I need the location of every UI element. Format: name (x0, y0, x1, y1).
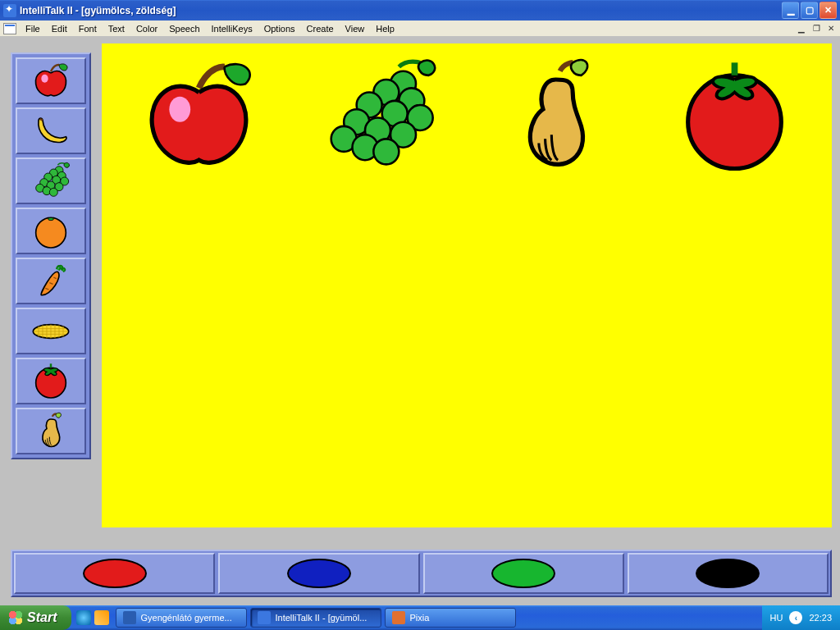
color-blue-button[interactable] (218, 553, 419, 594)
tomato-icon (671, 54, 798, 181)
word-icon (123, 611, 136, 624)
canvas-item-pear[interactable] (482, 52, 630, 183)
sidebar-palette (11, 52, 91, 459)
sidebar-item-corn[interactable] (16, 308, 86, 354)
task-button-2[interactable]: Pixia (385, 608, 516, 628)
minimize-button[interactable]: ▁ (782, 2, 799, 19)
grapes-icon (30, 161, 71, 202)
color-green-button[interactable] (423, 553, 624, 594)
sidebar-item-grapes[interactable] (16, 158, 86, 204)
ellipse-icon (83, 559, 147, 588)
language-indicator[interactable]: HU (770, 613, 783, 623)
banana-icon (30, 111, 71, 152)
sidebar-item-tomato[interactable] (16, 358, 86, 404)
corn-icon (30, 311, 71, 352)
sidebar-item-banana[interactable] (16, 107, 86, 154)
orange-icon (30, 211, 71, 252)
carrot-icon (30, 261, 71, 302)
color-bar (11, 550, 832, 597)
workspace (0, 37, 840, 605)
sidebar-item-pear[interactable] (16, 408, 86, 454)
grapes-icon (314, 54, 441, 181)
pear-icon (492, 54, 619, 181)
tomato-icon (30, 361, 71, 402)
clock[interactable]: 22:23 (809, 613, 832, 623)
mdi-close-button[interactable]: ✕ (825, 23, 837, 34)
menu-view[interactable]: View (340, 22, 371, 35)
mdi-document-icon[interactable] (3, 23, 16, 34)
menu-file[interactable]: File (20, 22, 46, 35)
maximize-button[interactable]: ▢ (801, 2, 818, 19)
sidebar-item-carrot[interactable] (16, 258, 86, 304)
titlebar: IntelliTalk II - [gyümölcs, zöldség] ▁ ▢… (0, 0, 840, 21)
pear-icon (30, 411, 71, 452)
menu-speech[interactable]: Speech (163, 22, 205, 35)
system-tray: HU ‹ 22:23 (762, 605, 840, 630)
quick-launch (71, 610, 114, 625)
mdi-restore-button[interactable]: ❐ (810, 23, 822, 34)
task-button-0[interactable]: Gyengénlátó gyerme... (116, 608, 247, 628)
ellipse-icon (696, 559, 760, 588)
apple-icon (135, 54, 262, 181)
intellitalk-icon (258, 611, 271, 624)
sidebar-item-apple[interactable] (16, 57, 86, 104)
ie-icon[interactable] (76, 610, 91, 625)
start-label: Start (27, 610, 57, 625)
menu-text[interactable]: Text (103, 22, 130, 35)
task-label: Pixia (409, 613, 429, 623)
ellipse-icon (491, 559, 555, 588)
windows-logo-icon (8, 610, 23, 625)
color-red-button[interactable] (14, 553, 215, 594)
start-button[interactable]: Start (0, 605, 71, 630)
menu-intellikeys[interactable]: IntelliKeys (206, 22, 258, 35)
taskbar: Start Gyengénlátó gyerme...IntelliTalk I… (0, 605, 840, 630)
show-desktop-icon[interactable] (94, 610, 109, 625)
sidebar-item-orange[interactable] (16, 208, 86, 254)
menu-help[interactable]: Help (370, 22, 400, 35)
ellipse-icon (287, 559, 351, 588)
canvas-item-tomato[interactable] (660, 52, 808, 183)
menu-font[interactable]: Font (73, 22, 103, 35)
canvas[interactable] (102, 43, 832, 527)
close-button[interactable]: ✕ (819, 2, 837, 19)
tray-expand-icon[interactable]: ‹ (789, 611, 802, 624)
menubar: FileEditFontTextColorSpeechIntelliKeysOp… (0, 21, 840, 37)
menu-color[interactable]: Color (130, 22, 163, 35)
menu-options[interactable]: Options (258, 22, 301, 35)
canvas-item-apple[interactable] (126, 52, 273, 183)
menu-create[interactable]: Create (301, 22, 340, 35)
task-button-1[interactable]: IntelliTalk II - [gyümöl... (250, 608, 381, 628)
app-icon (3, 4, 16, 17)
window-title: IntelliTalk II - [gyümölcs, zöldség] (20, 5, 782, 16)
canvas-item-grapes[interactable] (304, 52, 451, 183)
task-label: IntelliTalk II - [gyümöl... (275, 613, 367, 623)
apple-icon (30, 61, 71, 102)
mdi-minimize-button[interactable]: ▁ (796, 23, 807, 34)
menu-edit[interactable]: Edit (46, 22, 73, 35)
task-label: Gyengénlátó gyerme... (140, 613, 231, 623)
color-black-button[interactable] (628, 553, 829, 594)
pixia-icon (392, 611, 405, 624)
